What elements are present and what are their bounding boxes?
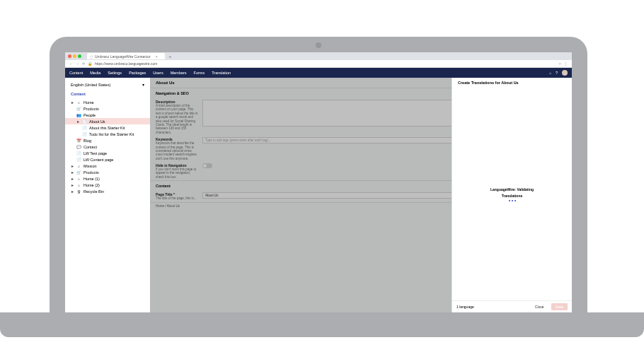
search-icon[interactable]: ⌕: [549, 71, 551, 75]
tree-test-page[interactable]: 📄LW Test page: [65, 150, 150, 156]
tree-home-1[interactable]: ▸⌂Home (1): [65, 175, 150, 182]
nav-content[interactable]: Content: [69, 71, 83, 75]
camera-dot: [316, 42, 321, 48]
new-tab-button[interactable]: +: [169, 54, 172, 59]
content-tree: ▸⌂Home 🛒Products 👥People ▸📄About Us 📄Abo…: [65, 99, 150, 194]
translation-panel: Create Translations for About Us Languag…: [452, 78, 572, 312]
tab-favicon: ◌: [90, 54, 93, 59]
back-icon[interactable]: ←: [69, 61, 73, 66]
close-button[interactable]: Close: [531, 303, 548, 310]
tree-home[interactable]: ▸⌂Home: [65, 99, 150, 105]
window-controls[interactable]: [68, 54, 81, 58]
url-text[interactable]: https://www.umbraco.languagewire.com: [95, 61, 157, 66]
laptop-frame: ◌ Umbraco LanguageWire Connector × + ← →…: [50, 37, 587, 312]
avatar[interactable]: [562, 70, 568, 76]
star-icon[interactable]: ☆: [558, 61, 561, 66]
save-button[interactable]: Save: [551, 303, 568, 310]
reload-icon[interactable]: ⟳: [82, 61, 85, 66]
nav-users[interactable]: Users: [153, 71, 163, 75]
lock-icon: 🔒: [88, 61, 92, 66]
browser-tab[interactable]: ◌ Umbraco LanguageWire Connector ×: [87, 53, 165, 59]
browser-address-bar: ← → ⟳ 🔒 https://www.umbraco.languagewire…: [65, 60, 572, 68]
tree-contact[interactable]: 💬Contact: [65, 143, 150, 150]
close-icon[interactable]: ×: [156, 54, 158, 59]
tree-products-root[interactable]: ▸🛒Products: [65, 169, 150, 175]
status-line-1: LanguageWire: Validating: [490, 187, 534, 192]
menu-icon[interactable]: ⋮: [564, 61, 568, 66]
forward-icon[interactable]: →: [76, 61, 79, 66]
chevron-down-icon: ▾: [142, 83, 144, 87]
tree-products[interactable]: 🛒Products: [65, 105, 150, 112]
tree-people[interactable]: 👥People: [65, 112, 150, 118]
nav-settings[interactable]: Settings: [108, 71, 122, 75]
language-label: English (United States): [71, 83, 110, 87]
nav-packages[interactable]: Packages: [129, 71, 146, 75]
tab-title: Umbraco LanguageWire Connector: [95, 54, 151, 59]
browser-window: ◌ Umbraco LanguageWire Connector × + ← →…: [65, 52, 572, 312]
browser-tabstrip: ◌ Umbraco LanguageWire Connector × +: [65, 52, 572, 60]
tree-recycle-bin[interactable]: ▸🗑Recycle Bin: [65, 188, 150, 194]
tree-about-us[interactable]: ▸📄About Us: [65, 118, 150, 124]
tree-blog[interactable]: 📅Blog: [65, 137, 150, 143]
tree-mission[interactable]: ▸⌂Mission: [65, 163, 150, 169]
app-top-nav: Content Media Settings Packages Users Me…: [65, 68, 572, 78]
laptop-base: [0, 312, 644, 337]
content-heading: Content: [65, 89, 150, 99]
status-line-2: Translations: [502, 194, 522, 198]
nav-forms[interactable]: Forms: [194, 71, 205, 75]
loading-dots-icon: [509, 200, 516, 201]
language-selector[interactable]: English (United States) ▾: [65, 81, 150, 89]
panel-body: LanguageWire: Validating Translations: [452, 88, 572, 300]
tree-todo-kit[interactable]: 📄Todo list for the Starter Kit: [65, 131, 150, 137]
tree-about-kit[interactable]: 📄About this Starter Kit: [65, 124, 150, 131]
nav-members[interactable]: Members: [171, 71, 187, 75]
tree-content-page[interactable]: 📄LW Content page: [65, 156, 150, 163]
footer-info: 1 language: [456, 305, 531, 309]
workspace: English (United States) ▾ Content ▸⌂Home…: [65, 78, 572, 312]
panel-footer: 1 language Close Save: [452, 300, 572, 312]
panel-heading: Create Translations for About Us: [452, 78, 572, 88]
sidebar: English (United States) ▾ Content ▸⌂Home…: [65, 78, 150, 312]
nav-media[interactable]: Media: [90, 71, 100, 75]
help-icon[interactable]: ?: [556, 71, 558, 75]
tree-home-2[interactable]: ▸⌂Home (2): [65, 182, 150, 188]
nav-translation[interactable]: Translation: [212, 71, 231, 75]
